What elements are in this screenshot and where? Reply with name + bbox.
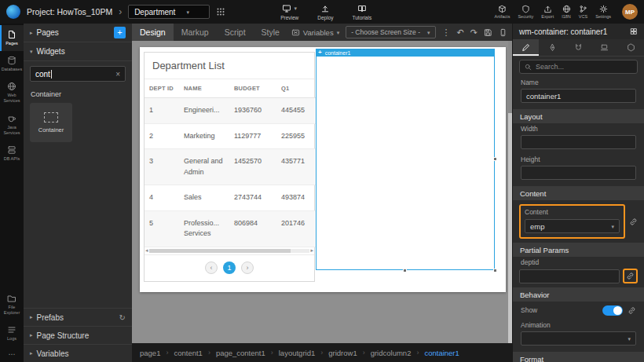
- animation-select[interactable]: ▾: [521, 331, 636, 346]
- table-row[interactable]: 5 Professio... Services 806984 201746: [145, 210, 316, 247]
- prefabs-section-header[interactable]: ▸ Prefabs ↻: [24, 308, 132, 326]
- device-preview-icon[interactable]: [499, 28, 507, 37]
- tutorials-button[interactable]: Tutorials: [353, 4, 372, 20]
- scroll-left-icon[interactable]: ◂: [145, 247, 148, 254]
- tab-markup[interactable]: Markup: [174, 24, 217, 41]
- breadcrumb-item[interactable]: content1: [174, 349, 202, 357]
- pager-next-button[interactable]: ›: [241, 261, 254, 274]
- page-artboard[interactable]: Department List DEPT ID NAME BUDGET Q1: [140, 47, 506, 292]
- scrollbar-thumb[interactable]: [508, 41, 512, 113]
- width-input[interactable]: [521, 135, 636, 149]
- variables-section-header[interactable]: ▸ Variables: [24, 344, 132, 362]
- container-body[interactable]: [316, 57, 495, 270]
- show-bind-icon[interactable]: [628, 306, 636, 315]
- widgets-section-header[interactable]: ▾ Widgets: [24, 42, 132, 61]
- pager-prev-button[interactable]: ‹: [205, 261, 218, 274]
- settings-button[interactable]: Settings: [595, 5, 611, 19]
- tab-style[interactable]: Style: [254, 24, 287, 41]
- export-button[interactable]: Export: [541, 5, 554, 19]
- breadcrumb-item[interactable]: page_content1: [216, 349, 265, 357]
- pencil-icon: [521, 43, 530, 52]
- table-row[interactable]: 2 Marketing 1129777 225955: [145, 123, 316, 149]
- rail-item-logs[interactable]: Logs: [0, 320, 24, 346]
- security-button[interactable]: Security: [518, 5, 533, 19]
- breadcrumb-item[interactable]: gridcolumn2: [371, 349, 412, 357]
- add-page-button[interactable]: +: [114, 27, 126, 38]
- caret-down-icon: ▾: [337, 30, 340, 35]
- deptid-bind-button[interactable]: [623, 269, 638, 283]
- vcs-button[interactable]: VCS: [579, 5, 587, 19]
- content-select[interactable]: emp ▾: [525, 219, 620, 233]
- save-icon[interactable]: [484, 28, 492, 37]
- tab-events[interactable]: [565, 39, 591, 56]
- breadcrumb-item[interactable]: layoutgrid1: [279, 349, 315, 357]
- panel-grid-icon[interactable]: [630, 27, 638, 35]
- col-header[interactable]: DEPT ID: [145, 79, 179, 98]
- deptid-input[interactable]: [519, 269, 620, 283]
- resize-handle-right[interactable]: [493, 157, 497, 161]
- tab-styles[interactable]: [539, 39, 565, 56]
- variables-dropdown[interactable]: Variables ▾: [291, 28, 339, 37]
- rail-item-java-services[interactable]: Java Services: [0, 109, 24, 141]
- name-input[interactable]: container1: [521, 89, 636, 103]
- rail-item-databases[interactable]: Databases: [0, 51, 24, 77]
- breadcrumb-item[interactable]: gridrow1: [328, 349, 357, 357]
- redo-icon[interactable]: ↷: [470, 28, 478, 37]
- scroll-right-icon[interactable]: ▸: [310, 247, 313, 254]
- rail-more-icon[interactable]: ⋯: [0, 346, 24, 362]
- show-toggle[interactable]: [602, 305, 623, 316]
- tab-device[interactable]: [591, 39, 617, 56]
- user-avatar[interactable]: MP: [622, 4, 638, 20]
- preview-button[interactable]: ▾ Preview: [280, 4, 298, 20]
- clear-search-icon[interactable]: ×: [115, 70, 120, 79]
- widget-search-input[interactable]: cont ×: [30, 66, 126, 82]
- container-widget-tile[interactable]: Container: [30, 103, 72, 142]
- chevron-right-icon: ›: [166, 349, 168, 357]
- col-header[interactable]: Q1: [276, 79, 316, 98]
- table-row[interactable]: 4 Sales 2743744 493874: [145, 185, 316, 211]
- pages-section-header[interactable]: ▸ Pages +: [24, 24, 132, 42]
- col-header[interactable]: NAME: [179, 79, 229, 98]
- content-bind-icon[interactable]: [629, 218, 638, 226]
- height-input[interactable]: [521, 166, 636, 180]
- page-structure-section-header[interactable]: ▸ Page Structure: [24, 326, 132, 344]
- app-logo[interactable]: [6, 5, 20, 19]
- breadcrumb-item[interactable]: page1: [140, 349, 160, 357]
- chevron-right-icon: ›: [271, 349, 273, 357]
- more-menu-icon[interactable]: ⋮: [442, 28, 451, 37]
- selection-tag-label: container1: [325, 50, 351, 56]
- pager-page-1-button[interactable]: 1: [223, 261, 236, 274]
- selected-container-widget[interactable]: + container1: [316, 49, 495, 270]
- breadcrumb-item-current[interactable]: container1: [424, 349, 459, 357]
- page-selector[interactable]: Department ▾: [128, 5, 210, 19]
- design-canvas[interactable]: Department List DEPT ID NAME BUDGET Q1: [132, 41, 512, 343]
- table-row[interactable]: 1 Engineeri... 1936760 445455: [145, 98, 316, 124]
- tab-design[interactable]: Design: [132, 24, 174, 41]
- department-table-widget[interactable]: Department List DEPT ID NAME BUDGET Q1: [144, 52, 315, 282]
- caret-right-icon: ▸: [30, 350, 33, 357]
- resize-handle-corner[interactable]: [493, 269, 497, 272]
- rail-item-pages[interactable]: Pages: [0, 25, 24, 51]
- canvas-vertical-scrollbar[interactable]: [508, 41, 512, 343]
- horizontal-scrollbar[interactable]: ◂ ▸: [145, 247, 314, 254]
- i18n-button[interactable]: I18N: [562, 5, 571, 19]
- tab-properties[interactable]: [513, 39, 539, 56]
- rail-item-file-explorer[interactable]: File Explorer: [0, 289, 24, 320]
- artifacts-button[interactable]: Artifacts: [495, 5, 510, 19]
- apps-grid-icon[interactable]: [216, 7, 225, 16]
- selection-tag[interactable]: + container1: [316, 49, 495, 57]
- hexagon-icon: [627, 43, 635, 52]
- rail-item-web-services[interactable]: Web Services: [0, 77, 24, 108]
- tab-security[interactable]: [618, 39, 644, 56]
- scrollbar-thumb[interactable]: [149, 249, 291, 253]
- resize-handle-bottom[interactable]: [403, 269, 407, 272]
- col-header[interactable]: BUDGET: [229, 79, 276, 98]
- undo-icon[interactable]: ↶: [457, 28, 464, 37]
- rail-item-db-apis[interactable]: DB APIs: [0, 141, 24, 166]
- deploy-button[interactable]: Deploy: [317, 4, 333, 20]
- property-search-input[interactable]: Search...: [519, 60, 638, 74]
- table-row[interactable]: 3 General and Admin 1452570 435771: [145, 149, 316, 185]
- tab-script[interactable]: Script: [217, 24, 254, 41]
- refresh-icon[interactable]: ↻: [119, 313, 126, 322]
- screen-size-dropdown[interactable]: - Choose Screen Size - ▾: [346, 26, 435, 38]
